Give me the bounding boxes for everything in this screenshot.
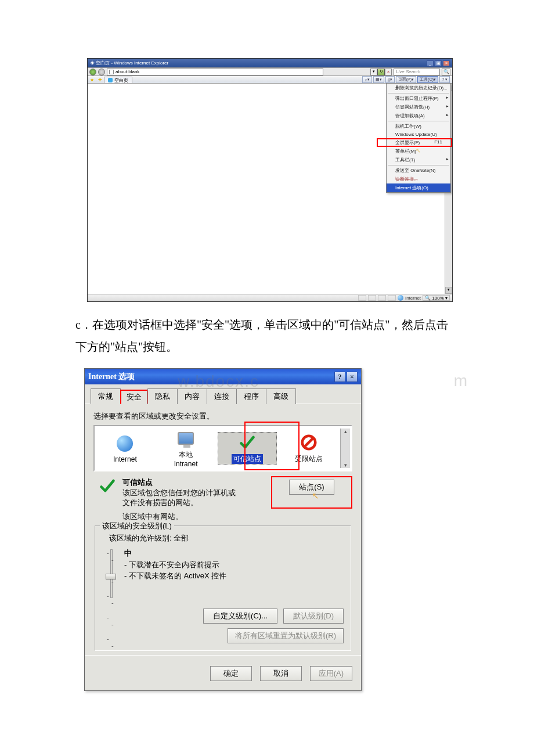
ie-window-screenshot: ◈ 空白页 - Windows Internet Explorer _ ▣ × …: [87, 58, 453, 302]
reset-all-button[interactable]: 将所有区域重置为默认级别(R): [228, 628, 344, 643]
forward-button[interactable]: [98, 69, 105, 75]
status-zone-label: Internet: [405, 296, 421, 301]
menu-work-offline[interactable]: 脱机工作(W): [387, 122, 450, 131]
zone-info-line: 该区域包含您信任对您的计算机或: [122, 488, 236, 498]
scroll-down-icon[interactable]: ▾: [344, 462, 347, 468]
tab-programs[interactable]: 程序: [236, 388, 266, 404]
custom-level-button[interactable]: 自定义级别(C)...: [203, 609, 277, 624]
status-segment: [368, 295, 376, 301]
ok-button[interactable]: 确定: [210, 666, 252, 681]
menu-phishing-filter[interactable]: 仿冒网站筛选(H): [387, 103, 450, 111]
menu-toolbars[interactable]: 工具栏(T): [387, 156, 450, 164]
check-icon: [238, 434, 257, 451]
instruction-text: c．在选项对话框中选择"安全"选项，单击区域中的"可信站点"，然后点击下方的"站…: [75, 314, 459, 358]
cursor-icon: ↖: [416, 147, 421, 154]
window-buttons: _ ▣ ×: [427, 60, 450, 66]
apply-button[interactable]: 应用(A): [310, 666, 352, 681]
help-button[interactable]: ?: [334, 372, 345, 382]
svg-line-1: [304, 438, 313, 447]
home-icon: ⌂: [365, 78, 367, 82]
tools-menu: 删除浏览的历史记录(D)... 弹出窗口阻止程序(P) 仿冒网站筛选(H) 管理…: [386, 83, 451, 193]
cancel-button[interactable]: 取消: [260, 666, 302, 681]
feeds-button[interactable]: ▦ ▾: [373, 76, 384, 83]
zone-info: 可信站点 该区域包含您信任对您的计算机或 文件没有损害的网站。 站点(S) ↖: [98, 477, 352, 508]
dialog-screenshot-wrap: m w.bdocx.c Internet 选项 ? × 常规 安全 隐私 内容 …: [84, 368, 398, 691]
menu-separator: [388, 93, 449, 93]
tab-security[interactable]: 安全: [120, 390, 148, 404]
watermark-tail: m: [454, 372, 467, 390]
menu-send-onenote[interactable]: 发送至 OneNote(N): [387, 166, 450, 175]
menu-delete-history[interactable]: 删除浏览的历史记录(D)...: [387, 84, 450, 92]
add-favorites-icon[interactable]: ✚: [96, 76, 104, 83]
level-bullet: - 下载潜在不安全内容前提示: [124, 560, 226, 571]
tools-menu-button[interactable]: 工具(O) ▾: [417, 76, 438, 83]
scroll-up-icon[interactable]: ▴: [344, 429, 347, 434]
zone-intranet[interactable]: 本地Intranet: [157, 429, 215, 468]
feeds-icon: ▦: [376, 77, 380, 82]
page-menu-button[interactable]: 页面(P) ▾: [396, 76, 416, 83]
group-legend: 该区域的安全级别(L): [100, 521, 174, 531]
hotkey-label: F11: [434, 139, 442, 145]
url-text: about:blank: [116, 69, 139, 74]
zone-restricted[interactable]: 受限站点: [279, 433, 338, 464]
zone-globe-icon: [398, 295, 403, 301]
search-button[interactable]: 🔍: [442, 69, 450, 75]
scroll-down-icon[interactable]: ▾: [445, 287, 452, 294]
menu-windows-update[interactable]: Windows Update(U): [387, 131, 450, 138]
close-button[interactable]: ×: [443, 60, 450, 66]
menu-popup-blocker[interactable]: 弹出窗口阻止程序(P): [387, 94, 450, 103]
home-button[interactable]: ⌂ ▾: [362, 76, 371, 83]
tab-content[interactable]: 内容: [177, 388, 207, 404]
zone-info-line: 文件没有损害的网站。: [122, 498, 236, 508]
internet-options-dialog: w.bdocx.c Internet 选项 ? × 常规 安全 隐私 内容 连接…: [84, 368, 362, 691]
url-field[interactable]: about:blank: [107, 69, 323, 75]
tab-strip: ★ ✚ 空白页 ⌂ ▾ ▦ ▾ ⎙ ▾ 页面(P) ▾ 工具(O) ▾ ? ▾: [88, 75, 452, 84]
level-name: 中: [124, 548, 226, 559]
security-slider: 中 - 下载潜在不安全内容前提示 - 不下载未签名的 ActiveX 控件: [107, 548, 344, 598]
globe-icon: [117, 435, 133, 452]
slider-track[interactable]: [107, 548, 116, 598]
close-button[interactable]: ×: [347, 372, 358, 382]
stop-button[interactable]: ×: [385, 69, 392, 75]
zones-label: 选择要查看的区域或更改安全设置。: [93, 411, 352, 422]
allowed-levels-label: 该区域的允许级别: 全部: [109, 533, 344, 543]
refresh-button[interactable]: ↻: [377, 69, 385, 75]
print-button[interactable]: ⎙ ▾: [385, 76, 395, 83]
check-icon: [98, 477, 117, 495]
menu-internet-options[interactable]: Internet 选项(O): [387, 183, 450, 192]
zone-trusted[interactable]: 可信站点: [218, 432, 277, 465]
status-segment: [388, 295, 396, 301]
tab-general[interactable]: 常规: [91, 388, 121, 404]
zoom-control[interactable]: 🔍 100% ▾: [423, 295, 450, 301]
default-level-button[interactable]: 默认级别(D): [283, 609, 344, 624]
status-segment: [358, 295, 366, 301]
tab-advanced[interactable]: 高级: [266, 388, 296, 404]
zone-internet[interactable]: Internet: [96, 434, 154, 463]
menu-fullscreen[interactable]: 全屏显示(F) F11: [387, 138, 450, 147]
menu-diagnose[interactable]: 诊断连接...: [387, 175, 450, 183]
window-title-app: - Windows Internet Explorer: [111, 60, 168, 66]
help-button[interactable]: ? ▾: [439, 76, 450, 83]
zones-list: Internet 本地Intranet 可信站点: [93, 425, 352, 471]
command-bar: ⌂ ▾ ▦ ▾ ⎙ ▾ 页面(P) ▾ 工具(O) ▾ ? ▾: [362, 76, 452, 83]
search-input[interactable]: Live Search: [394, 69, 440, 75]
browser-tab[interactable]: 空白页: [104, 77, 132, 83]
page-icon: [109, 70, 114, 74]
url-dropdown[interactable]: ▾: [370, 69, 377, 75]
back-button[interactable]: [89, 69, 96, 75]
tab-privacy[interactable]: 隐私: [147, 388, 178, 404]
dialog-footer: 确定 取消 应用(A): [85, 655, 361, 690]
menu-manage-addons[interactable]: 管理加载项(A): [387, 111, 450, 120]
favorites-star-icon[interactable]: ★: [88, 76, 96, 83]
zones-scrollbar[interactable]: ▴▾: [340, 429, 350, 468]
slider-thumb[interactable]: [106, 574, 116, 579]
maximize-button[interactable]: ▣: [435, 60, 442, 66]
dialog-tabs: 常规 安全 隐私 内容 连接 程序 高级: [85, 384, 361, 404]
zone-info-heading: 可信站点: [122, 477, 236, 488]
sites-button[interactable]: 站点(S) ↖: [289, 480, 334, 495]
status-segment: [378, 295, 386, 301]
minimize-button[interactable]: _: [427, 60, 434, 66]
tab-connections[interactable]: 连接: [207, 388, 237, 404]
slider-ticks: [107, 549, 116, 649]
tab-label: 空白页: [114, 77, 128, 84]
